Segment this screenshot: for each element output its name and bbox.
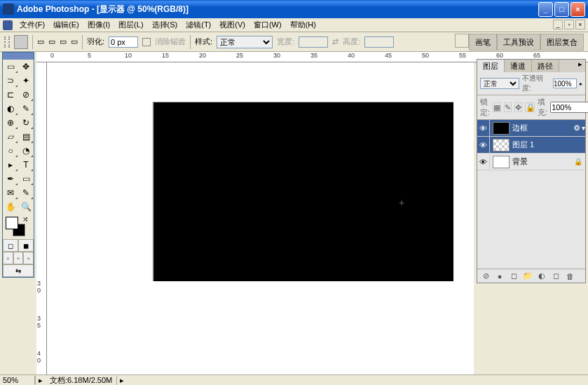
shape-tool[interactable]: ▭ <box>18 172 34 186</box>
menu-file[interactable]: 文件(F) <box>15 18 49 32</box>
opacity-input[interactable] <box>553 79 577 88</box>
visibility-icon[interactable]: 👁 <box>477 154 490 170</box>
maximize-button[interactable]: □ <box>554 2 569 17</box>
standard-mode-button[interactable]: ◻ <box>3 239 18 252</box>
healing-brush-tool[interactable]: ◐ <box>3 102 18 116</box>
marquee-sub-icon[interactable]: ▭ <box>60 37 67 46</box>
layer-mask-button[interactable]: ◻ <box>507 271 521 282</box>
tab-tool-presets[interactable]: 工具预设 <box>497 34 540 50</box>
canvas-area[interactable]: + <box>47 62 474 374</box>
slice-tool[interactable]: ⊘ <box>18 88 34 102</box>
screen-standard-button[interactable]: ▫ <box>3 252 13 264</box>
pen-tool[interactable]: ✒ <box>3 172 18 186</box>
tab-channels[interactable]: 通道 <box>505 60 532 72</box>
imageready-button[interactable]: ⇆ <box>3 264 34 277</box>
close-button[interactable]: × <box>570 2 585 17</box>
quickmask-mode-button[interactable]: ◼ <box>18 239 34 252</box>
style-select[interactable]: 正常 <box>217 36 273 48</box>
screen-full-menu-button[interactable]: ▫ <box>13 252 24 264</box>
menu-help[interactable]: 帮助(H) <box>286 18 320 32</box>
hand-tool[interactable]: ✋ <box>3 200 18 214</box>
eraser-tool[interactable]: ▱ <box>3 130 18 144</box>
brush-tool[interactable]: ✎ <box>18 102 34 116</box>
lasso-tool[interactable]: ⊃ <box>3 74 18 88</box>
foreground-color[interactable] <box>6 217 18 229</box>
layer-row[interactable]: 👁 背景 🔒 <box>477 154 585 170</box>
menu-select[interactable]: 选择(S) <box>148 18 182 32</box>
marquee-add-icon[interactable]: ▭ <box>48 37 55 46</box>
document-canvas[interactable]: + <box>152 102 453 281</box>
history-brush-tool[interactable]: ↻ <box>18 116 34 130</box>
minimize-button[interactable]: _ <box>538 2 553 17</box>
tab-layers[interactable]: 图层 <box>477 60 505 72</box>
menu-window[interactable]: 窗口(W) <box>249 18 286 32</box>
menu-layer[interactable]: 图层(L) <box>114 18 147 32</box>
antialias-checkbox <box>142 38 151 46</box>
feather-input[interactable] <box>109 36 138 48</box>
layer-row[interactable]: 👁 边框 ❂ ▾ <box>477 120 585 137</box>
marquee-int-icon[interactable]: ▭ <box>71 37 78 46</box>
new-set-button[interactable]: 📁 <box>521 271 535 282</box>
adjustment-layer-button[interactable]: ◐ <box>535 271 549 282</box>
width-input <box>299 36 328 48</box>
doc-minimize-button[interactable]: _ <box>553 20 563 29</box>
magic-wand-tool[interactable]: ✦ <box>18 74 34 88</box>
gradient-tool[interactable]: ▤ <box>18 130 34 144</box>
layer-style-button[interactable]: ● <box>493 271 507 282</box>
menu-filter[interactable]: 滤镜(T) <box>182 18 215 32</box>
palette-well-button[interactable] <box>455 34 469 48</box>
tab-brushes[interactable]: 画笔 <box>469 34 497 50</box>
menu-edit[interactable]: 编辑(E) <box>49 18 83 32</box>
blend-mode-select[interactable]: 正常 <box>480 78 519 89</box>
path-select-tool[interactable]: ▸ <box>3 158 18 172</box>
tab-paths[interactable]: 路径 <box>532 60 559 72</box>
zoom-tool[interactable]: 🔍 <box>18 200 34 214</box>
menu-view[interactable]: 视图(V) <box>215 18 249 32</box>
fill-input[interactable] <box>550 102 588 113</box>
status-arrow-icon[interactable]: ▸ <box>35 376 46 385</box>
type-tool[interactable]: T <box>18 158 34 172</box>
doc-restore-button[interactable]: ▫ <box>564 20 574 29</box>
notes-tool[interactable]: ✉ <box>3 186 18 200</box>
crosshair-cursor: + <box>399 197 404 208</box>
layer-thumbnail[interactable] <box>493 139 510 151</box>
blur-tool[interactable]: ○ <box>3 144 18 158</box>
opacity-dropdown-icon[interactable]: ▸ <box>580 81 582 87</box>
link-layers-button[interactable]: ⊘ <box>479 271 493 282</box>
vertical-ruler[interactable]: 30 35 40 <box>36 62 47 374</box>
tab-layer-comps[interactable]: 图层复合 <box>540 34 584 50</box>
new-layer-button[interactable]: ◻ <box>549 271 563 282</box>
screen-full-button[interactable]: ▫ <box>23 252 34 264</box>
layer-name[interactable]: 图层 1 <box>512 140 585 150</box>
dodge-tool[interactable]: ◔ <box>18 144 34 158</box>
lock-position-button[interactable]: ✥ <box>514 102 522 112</box>
lock-transparent-button[interactable]: ▦ <box>493 102 501 112</box>
docinfo-arrow-icon[interactable]: ▸ <box>116 376 127 385</box>
panel-menu-icon[interactable]: ▸ <box>575 60 585 72</box>
layer-fx-icon[interactable]: ❂ ▾ <box>574 124 585 132</box>
zoom-level[interactable]: 50% <box>0 376 35 384</box>
visibility-icon[interactable]: 👁 <box>477 137 490 153</box>
tool-indicator[interactable] <box>14 35 28 49</box>
lock-image-button[interactable]: ✎ <box>504 102 512 112</box>
document-info[interactable]: 文档:6.18M/2.50M <box>46 375 116 386</box>
crop-tool[interactable]: ⊏ <box>3 88 18 102</box>
layer-name[interactable]: 边框 <box>512 123 574 133</box>
marquee-new-icon[interactable]: ▭ <box>37 37 44 46</box>
clone-stamp-tool[interactable]: ⊕ <box>3 116 18 130</box>
eyedropper-tool[interactable]: ✎ <box>18 186 34 200</box>
lock-all-button[interactable]: 🔒 <box>525 102 535 112</box>
menu-image[interactable]: 图像(I) <box>83 18 114 32</box>
grip-icon[interactable] <box>4 36 10 48</box>
layer-name[interactable]: 背景 <box>512 156 574 167</box>
move-tool[interactable]: ✥ <box>18 60 34 74</box>
visibility-icon[interactable]: 👁 <box>477 120 490 136</box>
layer-thumbnail[interactable] <box>493 156 510 168</box>
layer-row[interactable]: 👁 图层 1 <box>477 137 585 154</box>
delete-layer-button[interactable]: 🗑 <box>563 271 577 282</box>
swap-colors-icon[interactable]: ⤭ <box>22 215 28 223</box>
marquee-tool[interactable]: ▭ <box>3 60 18 74</box>
doc-close-button[interactable]: × <box>575 20 585 29</box>
layer-thumbnail[interactable] <box>493 122 510 135</box>
toolbox-header[interactable] <box>3 53 34 60</box>
